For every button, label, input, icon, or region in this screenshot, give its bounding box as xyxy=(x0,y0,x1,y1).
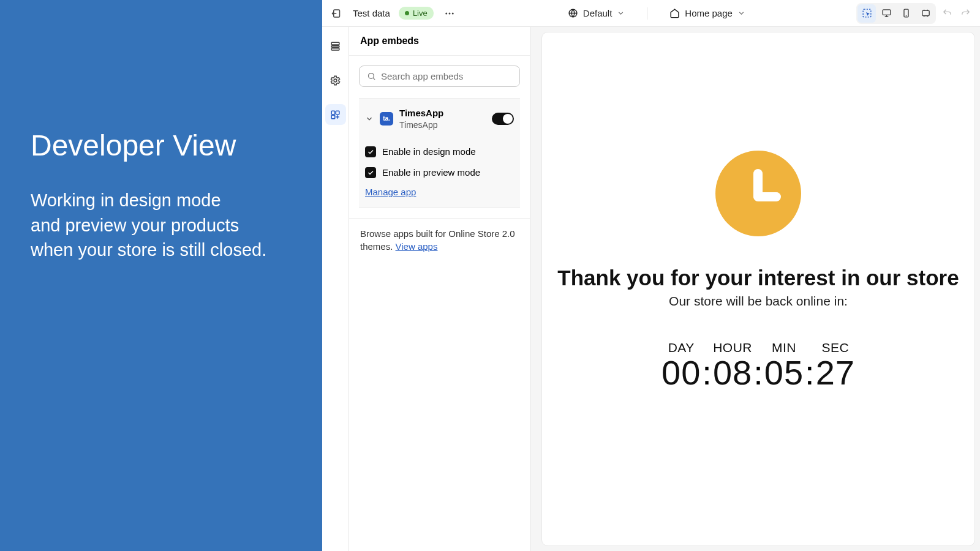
option-label: Enable in preview mode xyxy=(382,167,480,178)
mobile-icon[interactable] xyxy=(897,4,915,23)
promo-text: Working in design mode and preview your … xyxy=(31,188,292,263)
exit-icon[interactable] xyxy=(330,6,344,21)
unit-label: MIN xyxy=(764,340,804,355)
svg-point-1 xyxy=(445,12,447,14)
svg-rect-6 xyxy=(883,10,891,15)
settings-icon[interactable] xyxy=(325,70,346,91)
live-badge: Live xyxy=(399,7,434,20)
unit-value: 27 xyxy=(816,355,855,391)
search-icon xyxy=(367,72,376,81)
unit-value: 05 xyxy=(764,355,804,391)
inspect-icon[interactable] xyxy=(858,4,876,23)
svg-rect-13 xyxy=(331,111,335,114)
promo-title: Developer View xyxy=(31,129,292,162)
unit-label: SEC xyxy=(816,340,855,355)
panel-title: App embeds xyxy=(349,27,530,56)
template-selector[interactable]: Default xyxy=(568,7,625,20)
manage-app-link[interactable]: Manage app xyxy=(365,187,416,197)
svg-rect-14 xyxy=(336,111,339,114)
more-icon[interactable] xyxy=(442,6,457,21)
promo-sidebar: Developer View Working in design mode an… xyxy=(0,0,322,551)
unit-label: HOUR xyxy=(713,340,752,355)
divider xyxy=(647,7,647,20)
store-preview: Thank you for your interest in our store… xyxy=(541,32,975,546)
collapse-icon[interactable] xyxy=(365,114,374,123)
chevron-down-icon xyxy=(617,9,625,17)
app-toggle[interactable] xyxy=(492,113,514,125)
svg-rect-11 xyxy=(331,48,339,50)
svg-rect-8 xyxy=(922,10,929,16)
preview-headline: Thank you for your interest in our store xyxy=(557,266,959,290)
svg-point-12 xyxy=(334,79,337,82)
svg-point-16 xyxy=(369,73,374,79)
countdown-timer: DAY 00 : HOUR 08 : MIN 05 : xyxy=(662,340,855,391)
app-embed-item: ta. TimesApp TimesApp xyxy=(359,98,520,208)
test-data-label: Test data xyxy=(353,8,390,18)
svg-rect-9 xyxy=(331,42,339,45)
option-label: Enable in design mode xyxy=(382,146,476,157)
view-apps-link[interactable]: View apps xyxy=(396,241,438,252)
unit-value: 08 xyxy=(713,355,752,391)
checkbox-preview-mode[interactable] xyxy=(365,167,376,178)
navigation-rail xyxy=(322,27,349,551)
sections-icon[interactable] xyxy=(325,36,346,56)
svg-point-2 xyxy=(448,12,450,14)
search-field[interactable] xyxy=(381,71,512,81)
app-logo-icon: ta. xyxy=(380,112,393,126)
desktop-icon[interactable] xyxy=(877,4,895,23)
status-dot-icon xyxy=(405,11,409,15)
unit-value: 00 xyxy=(662,355,701,391)
page-selector[interactable]: Home page xyxy=(669,7,745,20)
unit-label: DAY xyxy=(662,340,701,355)
svg-rect-10 xyxy=(331,45,339,47)
chevron-down-icon xyxy=(737,9,745,17)
editor-main: Test data Live Default xyxy=(322,0,980,551)
svg-point-3 xyxy=(451,12,453,14)
viewport-switcher xyxy=(856,3,936,24)
fullscreen-icon[interactable] xyxy=(916,4,935,23)
app-name: TimesApp xyxy=(399,107,486,119)
browse-hint: Browse apps built for Online Store 2.0 t… xyxy=(349,218,530,263)
svg-rect-15 xyxy=(331,115,335,119)
app-embeds-icon[interactable] xyxy=(325,104,346,125)
undo-icon[interactable] xyxy=(940,6,954,21)
clock-icon xyxy=(715,151,801,236)
preview-subline: Our store will be back online in: xyxy=(669,294,848,309)
search-input[interactable] xyxy=(359,66,520,87)
app-embeds-panel: App embeds ta. TimesApp xyxy=(349,27,530,551)
redo-icon[interactable] xyxy=(958,6,973,21)
topbar: Test data Live Default xyxy=(322,0,980,27)
checkbox-design-mode[interactable] xyxy=(365,146,376,157)
app-subtitle: TimesApp xyxy=(399,119,486,130)
preview-area: Thank you for your interest in our store… xyxy=(530,27,980,551)
